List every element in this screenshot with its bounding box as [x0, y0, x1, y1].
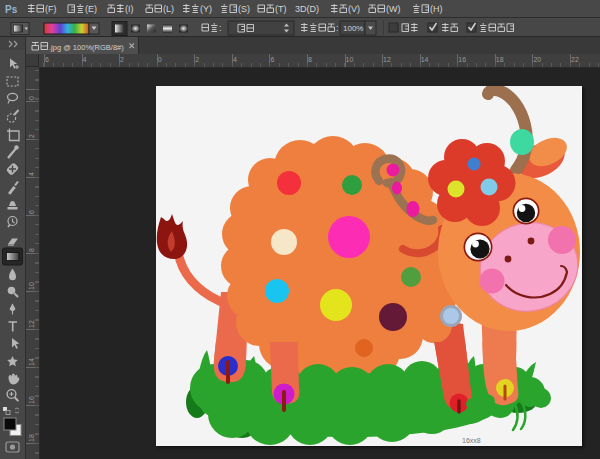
svg-text:(T): (T): [275, 4, 287, 14]
svg-text:.jpg @ 100%(RGB/8#): .jpg @ 100%(RGB/8#): [49, 43, 124, 52]
svg-text:10: 10: [28, 282, 35, 290]
svg-text:20: 20: [533, 56, 541, 63]
svg-text:12: 12: [28, 320, 35, 328]
svg-text:(Y): (Y): [200, 4, 212, 14]
svg-text:(W): (W): [386, 4, 401, 14]
svg-text:22: 22: [571, 56, 579, 63]
svg-text:Ps: Ps: [5, 4, 18, 15]
svg-text:4: 4: [233, 56, 237, 63]
svg-text:0: 0: [158, 56, 162, 63]
svg-text:3D(D): 3D(D): [295, 4, 319, 14]
svg-text::: :: [219, 23, 222, 33]
svg-text:6: 6: [45, 56, 49, 63]
svg-text:18: 18: [28, 434, 35, 442]
svg-text:2: 2: [28, 134, 35, 138]
svg-text:14: 14: [421, 56, 429, 63]
svg-text:(S): (S): [238, 4, 250, 14]
svg-text:4: 4: [83, 56, 87, 63]
svg-text:6: 6: [270, 56, 274, 63]
svg-text:18: 18: [496, 56, 504, 63]
svg-text:8: 8: [308, 56, 312, 63]
svg-text:(F): (F): [45, 4, 57, 14]
svg-text:4: 4: [28, 172, 35, 176]
svg-text:12: 12: [383, 56, 391, 63]
svg-text:100%: 100%: [343, 24, 363, 33]
svg-text:14: 14: [28, 358, 35, 366]
svg-text:(I): (I): [125, 4, 134, 14]
svg-text:10: 10: [346, 56, 354, 63]
svg-text:(L): (L): [163, 4, 174, 14]
svg-text:(E): (E): [85, 4, 97, 14]
svg-text:8: 8: [28, 248, 35, 252]
svg-text:6: 6: [28, 210, 35, 214]
svg-text:2: 2: [120, 56, 124, 63]
svg-text:(H): (H): [430, 4, 443, 14]
svg-text:2: 2: [195, 56, 199, 63]
svg-text:16: 16: [28, 396, 35, 404]
svg-text:0: 0: [28, 96, 35, 100]
svg-text:16: 16: [458, 56, 466, 63]
svg-text::: :: [336, 23, 339, 33]
svg-text:(V): (V): [348, 4, 360, 14]
